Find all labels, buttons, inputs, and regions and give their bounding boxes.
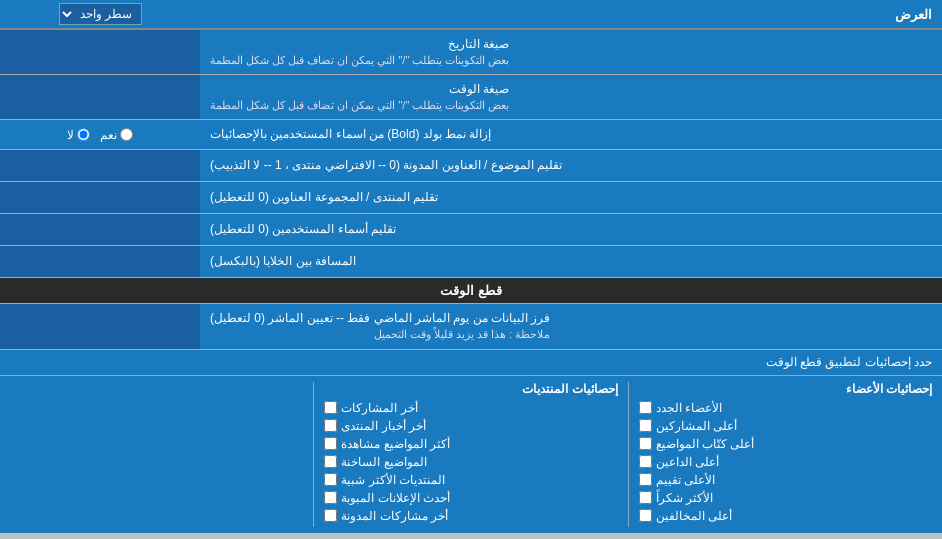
bold-remove-row: إزالة نمط بولد (Bold) من اسماء المستخدمي… (0, 120, 942, 150)
bold-no-radio[interactable] (77, 128, 90, 141)
forum-trim-row: تقليم المنتدى / المجموعة العناوين (0 للت… (0, 182, 942, 214)
display-select[interactable]: سطر واحد سطران ثلاثة أسطر (59, 3, 142, 25)
cb-item: الأعضاء الجدد (639, 401, 932, 415)
bottom-section: حدد إحصائيات لتطبيق قطع الوقت إحصائيات ا… (0, 350, 942, 533)
time-format-input[interactable]: H:i (8, 87, 192, 108)
bold-remove-no-label[interactable]: لا (67, 128, 90, 142)
cell-distance-input-wrapper: 2 (0, 246, 200, 277)
cb-item: أخر مشاركات المدونة (324, 509, 617, 523)
cb-posts-last[interactable] (324, 401, 337, 414)
time-cut-input[interactable]: 0 (8, 316, 192, 337)
cb-item: المواضيع الساخنة (324, 455, 617, 469)
cb-classifieds-new[interactable] (324, 491, 337, 504)
cb-posts-hot[interactable] (324, 455, 337, 468)
cb-item: أعلى كتّاب المواضيع (639, 437, 932, 451)
time-format-label: صيغة الوقت بعض التكوينات يتطلب "/" التي … (200, 75, 942, 119)
forum-trim-label: تقليم المنتدى / المجموعة العناوين (0 للت… (200, 182, 942, 213)
cell-distance-row: المسافة بين الخلايا (بالبكسل) 2 (0, 246, 942, 278)
time-cut-row: فرز البيانات من يوم الماشر الماضي فقط --… (0, 304, 942, 349)
cb-item: أعلى المخالفين (639, 509, 932, 523)
forum-trim-input-wrapper: 33 (0, 182, 200, 213)
title-trim-label: تقليم الموضوع / العناوين المدونة (0 -- ا… (200, 150, 942, 181)
time-format-row: صيغة الوقت بعض التكوينات يتطلب "/" التي … (0, 75, 942, 120)
cb-members-topics[interactable] (639, 437, 652, 450)
date-format-input-wrapper: d-m (0, 30, 200, 74)
title-trim-input[interactable]: 33 (8, 155, 192, 176)
cb-item: الأكثر شكراً (639, 491, 932, 505)
cb-members-invite[interactable] (639, 455, 652, 468)
bold-remove-radio-group: نعم لا (0, 124, 200, 146)
date-format-label: صيغة التاريخ بعض التكوينات يتطلب "/" الت… (200, 30, 942, 74)
time-cut-label: فرز البيانات من يوم الماشر الماضي فقط --… (200, 304, 942, 348)
date-format-input[interactable]: d-m (8, 42, 192, 63)
label-col (0, 380, 313, 529)
forums-col-title: إحصائيات المنتديات (324, 382, 617, 396)
cb-item: أحدث الإعلانات المبوبة (324, 491, 617, 505)
header-row: العرض سطر واحد سطران ثلاثة أسطر (0, 0, 942, 30)
stats-apply-label: حدد إحصائيات لتطبيق قطع الوقت (0, 351, 942, 373)
cell-distance-label: المسافة بين الخلايا (بالبكسل) (200, 246, 942, 277)
cb-item: الأعلى تقييم (639, 473, 932, 487)
checkboxes-grid: إحصائيات الأعضاء الأعضاء الجدد أعلى المش… (0, 376, 942, 533)
bold-remove-yes-label[interactable]: نعم (100, 128, 133, 142)
cb-item: أعلى المشاركين (639, 419, 932, 433)
cb-members-rated[interactable] (639, 473, 652, 486)
col-divider-1 (628, 382, 629, 527)
col-divider-2 (313, 382, 314, 527)
stats-apply-row: حدد إحصائيات لتطبيق قطع الوقت (0, 350, 942, 376)
bold-yes-radio[interactable] (120, 128, 133, 141)
header-select-wrapper: سطر واحد سطران ثلاثة أسطر (0, 0, 200, 28)
date-format-row: صيغة التاريخ بعض التكوينات يتطلب "/" الت… (0, 30, 942, 75)
cell-distance-input[interactable]: 2 (8, 251, 192, 272)
forum-trim-input[interactable]: 33 (8, 187, 192, 208)
user-trim-row: تقليم أسماء المستخدمين (0 للتعطيل) 0 (0, 214, 942, 246)
user-trim-label: تقليم أسماء المستخدمين (0 للتعطيل) (200, 214, 942, 245)
members-col-title: إحصائيات الأعضاء (639, 382, 932, 396)
cb-members-thanks[interactable] (639, 491, 652, 504)
bold-remove-label: إزالة نمط بولد (Bold) من اسماء المستخدمي… (200, 120, 942, 149)
cb-item: أعلى الداعين (639, 455, 932, 469)
cb-posts-viewed[interactable] (324, 437, 337, 450)
user-trim-input[interactable]: 0 (8, 219, 192, 240)
user-trim-input-wrapper: 0 (0, 214, 200, 245)
time-format-input-wrapper: H:i (0, 75, 200, 119)
cb-members-posts[interactable] (639, 419, 652, 432)
time-cut-input-wrapper: 0 (0, 304, 200, 348)
members-stats-col: إحصائيات الأعضاء الأعضاء الجدد أعلى المش… (629, 380, 942, 529)
cb-item: أكثر المواضيع مشاهدة (324, 437, 617, 451)
cb-blog-posts[interactable] (324, 509, 337, 522)
cb-forums-popular[interactable] (324, 473, 337, 486)
cb-posts-news[interactable] (324, 419, 337, 432)
forums-stats-col: إحصائيات المنتديات أخر المشاركات أخر أخب… (314, 380, 627, 529)
time-section-header: قطع الوقت (0, 278, 942, 304)
title-trim-row: تقليم الموضوع / العناوين المدونة (0 -- ا… (0, 150, 942, 182)
header-label: العرض (200, 2, 942, 27)
cb-item: المنتديات الأكثر شبية (324, 473, 617, 487)
cb-item: أخر المشاركات (324, 401, 617, 415)
title-trim-input-wrapper: 33 (0, 150, 200, 181)
main-container: العرض سطر واحد سطران ثلاثة أسطر صيغة الت… (0, 0, 942, 533)
cb-members-new[interactable] (639, 401, 652, 414)
cb-item: أخر أخبار المنتدى (324, 419, 617, 433)
cb-members-violations[interactable] (639, 509, 652, 522)
